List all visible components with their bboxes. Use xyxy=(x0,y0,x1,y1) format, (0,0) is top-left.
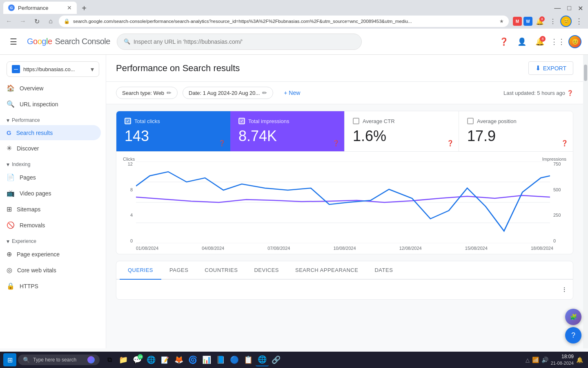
sidebar-section-performance[interactable]: ▾ Performance xyxy=(0,112,106,125)
date-filter[interactable]: Date: 1 Aug 2024-20 Aug 20... ✏ xyxy=(183,87,273,99)
ctr-checkbox[interactable] xyxy=(353,118,359,124)
hamburger-menu[interactable]: ☰ xyxy=(7,34,20,50)
filter-rows-icon[interactable]: ⫶ xyxy=(563,285,566,294)
average-ctr-card[interactable]: Average CTR 1.6% ❓ xyxy=(344,111,459,151)
nav-back[interactable]: ← xyxy=(3,16,15,27)
sidebar-item-core-web-vitals[interactable]: ◎ Core web vitals xyxy=(0,262,101,278)
new-filter-button[interactable]: + New xyxy=(278,87,306,99)
notification-badge: 8 xyxy=(540,36,546,42)
sidebar-item-removals[interactable]: 🚫 Removals xyxy=(0,217,101,233)
property-selector[interactable]: — https://bubnasias.co... ▾ xyxy=(7,61,99,77)
removals-label: Removals xyxy=(20,222,45,229)
search-input[interactable] xyxy=(134,38,355,45)
maximize-button[interactable]: □ xyxy=(567,4,571,12)
clicks-axis-label: Clicks xyxy=(123,157,135,162)
average-position-card[interactable]: Average position 17.9 ❓ xyxy=(459,111,573,151)
indexing-section-label: Indexing xyxy=(12,162,30,167)
x-label-3: 07/08/2024 xyxy=(267,246,290,251)
sidebar-item-overview[interactable]: 🏠 Overview xyxy=(0,80,101,96)
main-body: — https://bubnasias.co... ▾ 🏠 Overview 🔍… xyxy=(0,55,588,348)
performance-chart xyxy=(136,162,550,243)
clicks-checkbox[interactable]: ✓ xyxy=(125,118,131,124)
discover-label: Discover xyxy=(17,145,39,152)
https-label: HTTPS xyxy=(20,283,38,289)
tab-queries[interactable]: QUERIES xyxy=(120,261,161,280)
tab-favicon: G xyxy=(8,4,15,11)
filter-bar: Search type: Web ✏ Date: 1 Aug 2024-20 A… xyxy=(106,82,583,104)
bookmark-icon[interactable]: ★ xyxy=(499,18,504,24)
export-button[interactable]: ⬇ EXPORT xyxy=(528,61,573,75)
total-impressions-card[interactable]: ✓ Total impressions 8.74K ❓ xyxy=(230,111,344,151)
help-icon[interactable]: ❓ xyxy=(497,34,511,49)
sidebar-item-video-pages[interactable]: 📺 Video pages xyxy=(0,185,101,201)
browser-profile-avatar[interactable]: 😊 xyxy=(560,16,572,27)
app-header: ☰ Google Search Console 🔍 ❓ 👤 🔔 8 ⋮⋮ 😊 xyxy=(0,29,588,55)
global-search[interactable]: 🔍 xyxy=(117,34,362,50)
sidebar-item-https[interactable]: 🔒 HTTPS xyxy=(0,278,101,294)
notifications-icon[interactable]: 🔔 8 xyxy=(532,34,547,49)
sidebar-section-indexing[interactable]: ▾ Indexing xyxy=(0,156,106,169)
sitemaps-label: Sitemaps xyxy=(17,206,40,213)
tab-dates[interactable]: DATES xyxy=(366,261,401,280)
nav-forward[interactable]: → xyxy=(17,16,29,27)
tab-pages[interactable]: PAGES xyxy=(161,261,196,280)
right-scrollbar[interactable] xyxy=(583,55,588,348)
people-icon[interactable]: 👤 xyxy=(514,34,529,49)
tab-devices[interactable]: DEVICES xyxy=(246,261,287,280)
impressions-checkbox[interactable]: ✓ xyxy=(238,118,245,124)
user-avatar[interactable]: 😊 xyxy=(568,35,581,48)
search-results-label: Search results xyxy=(16,130,53,136)
core-web-vitals-label: Core web vitals xyxy=(17,267,56,274)
sidebar-item-pages[interactable]: 📄 Pages xyxy=(0,169,101,185)
browser-apps-icon[interactable]: ⋮ xyxy=(547,16,559,27)
toolbar-icons: M W 🔔 8 ⋮ 😊 ⋮ xyxy=(513,16,585,27)
sidebar-item-url-inspection[interactable]: 🔍 URL inspection xyxy=(0,96,101,112)
sidebar-item-discover[interactable]: ✳ Discover xyxy=(0,140,101,156)
browser-notif[interactable]: 🔔 8 xyxy=(534,16,546,27)
floating-help-button[interactable]: ? xyxy=(565,327,581,343)
apps-grid-icon[interactable]: ⋮⋮ xyxy=(550,34,565,49)
new-tab-button[interactable]: + xyxy=(78,2,90,14)
sidebar-item-page-experience[interactable]: ⊕ Page experience xyxy=(0,246,101,262)
nav-refresh[interactable]: ↻ xyxy=(31,16,42,27)
product-name: Search Console xyxy=(55,37,110,46)
ctr-help-icon[interactable]: ❓ xyxy=(447,140,454,146)
url-inspect-icon: 🔍 xyxy=(7,100,15,108)
position-checkbox[interactable] xyxy=(467,118,474,124)
address-bar[interactable]: 🔒 search.google.com/search-console/perfo… xyxy=(59,16,509,27)
property-chevron-icon: ▾ xyxy=(91,65,94,73)
position-value: 17.9 xyxy=(467,128,565,145)
position-help-icon[interactable]: ❓ xyxy=(561,140,568,146)
sidebar-item-sitemaps[interactable]: ⊞ Sitemaps xyxy=(0,201,101,217)
page-experience-label: Page experience xyxy=(17,251,60,258)
browser-tab[interactable]: G Performance ✕ xyxy=(3,2,77,14)
tab-search-appearance[interactable]: SEARCH APPEARANCE xyxy=(287,261,366,280)
https-icon: 🔒 xyxy=(7,282,15,290)
last-updated-help-icon[interactable]: ❓ xyxy=(567,90,573,96)
tab-countries[interactable]: COUNTRIES xyxy=(196,261,246,280)
close-button[interactable]: ✕ xyxy=(578,4,583,12)
ext-icon-red[interactable]: M xyxy=(513,17,522,26)
tab-close[interactable]: ✕ xyxy=(67,4,72,11)
sidebar: — https://bubnasias.co... ▾ 🏠 Overview 🔍… xyxy=(0,55,106,348)
minimize-button[interactable]: — xyxy=(554,4,561,12)
clicks-help-icon[interactable]: ❓ xyxy=(218,140,225,146)
export-label: EXPORT xyxy=(543,65,566,72)
last-updated-info: Last updated: 5 hours ago ❓ xyxy=(503,90,573,96)
tabs-section: QUERIES PAGES COUNTRIES DEVICES SEARCH A… xyxy=(116,261,573,300)
header-actions: ❓ 👤 🔔 8 ⋮⋮ 😊 xyxy=(497,34,581,49)
impressions-help-icon[interactable]: ❓ xyxy=(332,140,339,146)
new-filter-label: + New xyxy=(284,90,300,96)
position-header: Average position xyxy=(467,118,565,124)
browser-menu[interactable]: ⋮ xyxy=(573,16,585,27)
ext-icon-blue[interactable]: W xyxy=(523,17,532,26)
sidebar-item-search-results[interactable]: G Search results xyxy=(0,125,101,140)
scrollbar-thumb[interactable] xyxy=(584,65,587,81)
google-logo: Google Search Console xyxy=(27,37,110,46)
sidebar-section-experience[interactable]: ▾ Experience xyxy=(0,233,106,246)
total-clicks-card[interactable]: ✓ Total clicks 143 ❓ xyxy=(116,111,230,151)
floating-ext-button[interactable]: 🧩 xyxy=(565,309,581,325)
nav-home[interactable]: ⌂ xyxy=(45,16,56,27)
property-icon: — xyxy=(12,65,20,73)
search-type-filter[interactable]: Search type: Web ✏ xyxy=(116,87,178,99)
